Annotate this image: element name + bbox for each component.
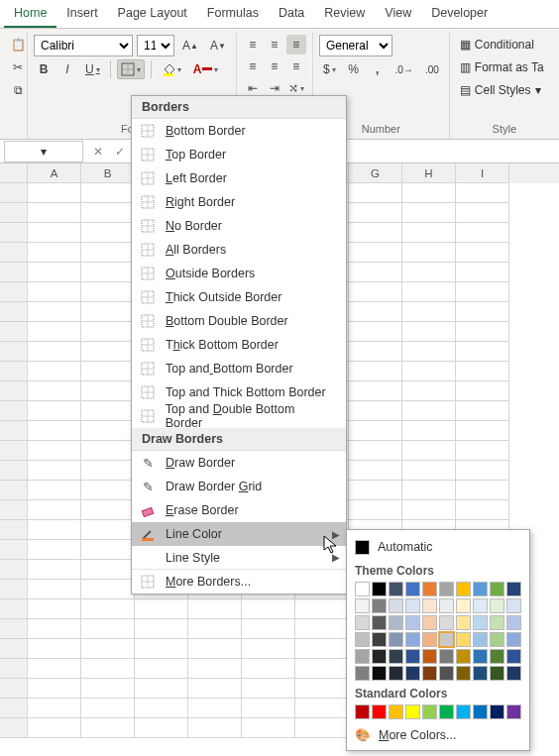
bold-button[interactable]: B: [34, 59, 54, 79]
cell[interactable]: [135, 619, 188, 639]
menu-item-top-and-bottom-border[interactable]: Top and Bottom Border: [132, 357, 346, 380]
cell[interactable]: [402, 500, 456, 520]
cell[interactable]: [81, 718, 135, 738]
cell[interactable]: [81, 322, 135, 342]
cell[interactable]: [28, 243, 81, 263]
name-box[interactable]: ▾: [4, 141, 83, 162]
cell[interactable]: [28, 183, 81, 203]
menu-item-draw-border[interactable]: ✎Draw Border: [132, 451, 346, 475]
color-swatch[interactable]: [490, 666, 504, 681]
row-header[interactable]: [0, 580, 28, 599]
cell[interactable]: [188, 718, 242, 738]
row-header[interactable]: [0, 203, 28, 223]
cell[interactable]: [28, 461, 81, 481]
cell[interactable]: [402, 243, 456, 263]
color-swatch[interactable]: [490, 598, 504, 613]
cell[interactable]: [81, 223, 135, 243]
font-color-button[interactable]: A ▾: [189, 59, 223, 79]
format-as-table-button[interactable]: ▥Format as Ta: [456, 57, 553, 77]
cell[interactable]: [28, 500, 81, 520]
row-header[interactable]: [0, 699, 28, 718]
cell[interactable]: [28, 282, 81, 302]
menu-item-no-border[interactable]: No Border: [132, 214, 346, 238]
column-header[interactable]: H: [402, 163, 456, 183]
cell[interactable]: [28, 401, 81, 421]
tab-view[interactable]: View: [375, 2, 421, 28]
color-swatch[interactable]: [456, 649, 471, 664]
cell[interactable]: [402, 401, 456, 421]
color-swatch[interactable]: [422, 666, 437, 681]
color-swatch[interactable]: [389, 598, 403, 613]
fill-color-button[interactable]: ▾: [158, 59, 185, 79]
accounting-button[interactable]: $▾: [319, 59, 340, 79]
cell[interactable]: [81, 699, 135, 718]
cell[interactable]: [456, 481, 509, 500]
color-swatch[interactable]: [473, 615, 488, 630]
number-format-select[interactable]: General: [319, 35, 392, 56]
cell[interactable]: [456, 461, 509, 481]
color-swatch[interactable]: [422, 632, 437, 647]
automatic-color-item[interactable]: Automatic: [355, 536, 521, 558]
cell[interactable]: [188, 599, 242, 619]
menu-item-top-and-thick-bottom-border[interactable]: Top and Thick Bottom Border: [132, 380, 346, 404]
cell[interactable]: [456, 282, 509, 302]
row-header[interactable]: [0, 679, 28, 699]
cell[interactable]: [242, 619, 295, 639]
cell[interactable]: [349, 481, 402, 500]
more-colors-item[interactable]: 🎨 More Colors...: [355, 727, 521, 742]
decrease-decimal[interactable]: .00: [421, 59, 443, 79]
color-swatch[interactable]: [506, 582, 521, 596]
cell[interactable]: [28, 580, 81, 599]
align-mid-center[interactable]: ≡: [265, 56, 284, 76]
color-swatch[interactable]: [456, 704, 471, 719]
cell[interactable]: [81, 481, 135, 500]
cell[interactable]: [349, 441, 402, 461]
tab-page-layout[interactable]: Page Layout: [108, 2, 197, 28]
font-name-select[interactable]: Calibri: [34, 35, 133, 56]
cell[interactable]: [135, 659, 188, 679]
cell[interactable]: [81, 263, 135, 282]
cell[interactable]: [402, 183, 456, 203]
cell[interactable]: [81, 659, 135, 679]
row-header[interactable]: [0, 421, 28, 441]
color-swatch[interactable]: [490, 615, 504, 630]
paste-button[interactable]: 📋: [8, 35, 28, 54]
cell[interactable]: [456, 362, 509, 381]
color-swatch[interactable]: [490, 649, 504, 664]
cell[interactable]: [81, 441, 135, 461]
cell[interactable]: [295, 619, 349, 639]
cell[interactable]: [135, 639, 188, 659]
cell[interactable]: [242, 679, 295, 699]
row-header[interactable]: [0, 639, 28, 659]
cell[interactable]: [28, 322, 81, 342]
cell[interactable]: [135, 718, 188, 738]
cell[interactable]: [28, 718, 81, 738]
menu-item-line-style[interactable]: Line Style▶: [132, 546, 346, 570]
cell[interactable]: [295, 718, 349, 738]
borders-button[interactable]: ▾: [117, 59, 145, 79]
cell[interactable]: [81, 500, 135, 520]
menu-item-bottom-double-border[interactable]: Bottom Double Border: [132, 309, 346, 333]
color-swatch[interactable]: [389, 666, 403, 681]
cell[interactable]: [402, 441, 456, 461]
cell[interactable]: [135, 599, 188, 619]
cell[interactable]: [81, 183, 135, 203]
color-swatch[interactable]: [506, 649, 521, 664]
cell[interactable]: [456, 381, 509, 401]
row-header[interactable]: [0, 263, 28, 282]
cell[interactable]: [28, 203, 81, 223]
cell[interactable]: [28, 599, 81, 619]
cell[interactable]: [242, 599, 295, 619]
cell[interactable]: [456, 183, 509, 203]
color-swatch[interactable]: [456, 598, 471, 613]
percent-button[interactable]: %: [344, 59, 364, 79]
color-swatch[interactable]: [355, 632, 370, 647]
color-swatch[interactable]: [405, 666, 420, 681]
cell[interactable]: [349, 282, 402, 302]
tab-data[interactable]: Data: [269, 2, 314, 28]
cell[interactable]: [349, 183, 402, 203]
color-swatch[interactable]: [389, 615, 403, 630]
color-swatch[interactable]: [456, 615, 471, 630]
cell[interactable]: [81, 599, 135, 619]
row-header[interactable]: [0, 322, 28, 342]
